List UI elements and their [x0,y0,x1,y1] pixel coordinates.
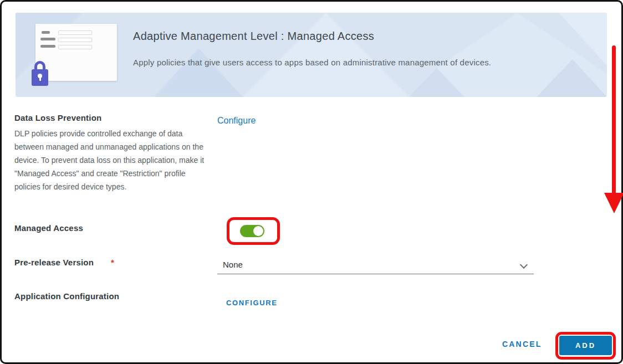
icon-input-line [58,30,92,35]
select-value: None [223,260,243,269]
cancel-button[interactable]: CANCEL [502,340,542,348]
icon-input-line [58,45,92,49]
prerelease-version-label: Pre-release Version [14,258,94,267]
add-button-highlight-annotation [555,332,616,360]
icon-text-line [40,38,55,40]
icon-input-line [58,38,92,42]
required-asterisk: * [111,258,114,267]
red-arrow-head-annotation [604,193,623,213]
icon-text-line [42,31,50,34]
prerelease-version-select[interactable]: None [217,258,534,274]
icon-text-line [40,45,55,48]
page-subtitle: Apply policies that give users access to… [133,58,491,67]
dlp-label: Data Loss Prevention [14,113,101,122]
dlp-configure-link[interactable]: Configure [217,116,256,126]
application-configuration-label: Application Configuration [14,291,119,301]
managed-access-label: Managed Access [14,223,83,233]
lock-icon [32,61,48,86]
page-title: Adaptive Management Level : Managed Acce… [133,30,374,43]
chevron-down-icon [520,261,528,269]
toggle-highlight-annotation [227,217,280,245]
dlp-description: DLP policies provide controlled exchange… [14,127,210,193]
dialog-window: Adaptive Management Level : Managed Acce… [0,0,623,364]
dialog-header-banner: Adaptive Management Level : Managed Acce… [16,13,607,97]
red-arrow-line-annotation [612,45,616,194]
application-configure-link[interactable]: CONFIGURE [226,299,277,307]
